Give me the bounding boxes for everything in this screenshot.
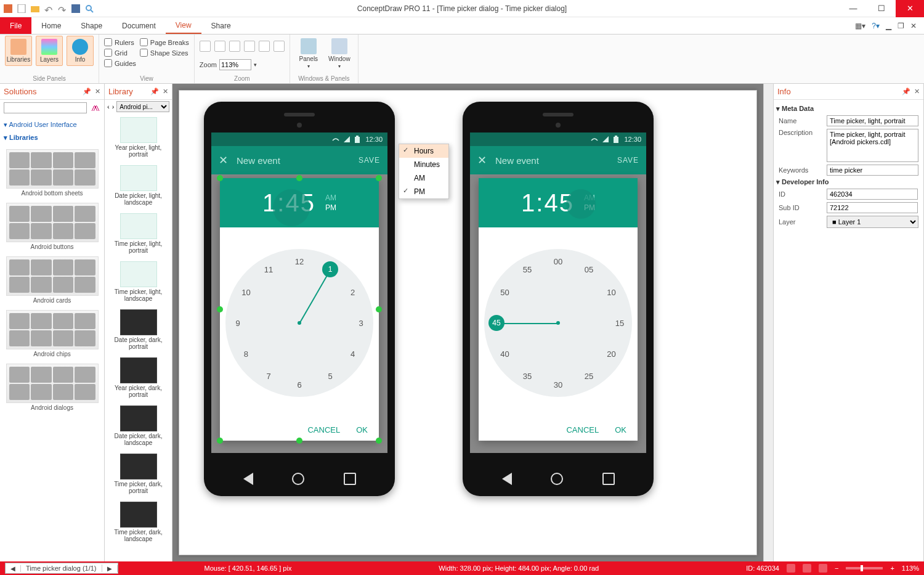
window-restore-icon[interactable]: ❐ <box>898 22 904 30</box>
cancel-button[interactable]: CANCEL <box>307 425 340 434</box>
save-icon[interactable] <box>71 4 80 13</box>
clock-number[interactable]: 20 <box>603 345 620 362</box>
context-menu-item[interactable]: AM <box>399 171 448 185</box>
recents-icon[interactable] <box>602 473 615 485</box>
info-button[interactable]: Info <box>67 36 94 66</box>
cancel-button[interactable]: CANCEL <box>566 425 599 434</box>
clock-number[interactable]: 05 <box>580 261 598 278</box>
search-expand-icon[interactable]: ⩕ <box>91 100 104 116</box>
layers-button[interactable]: Layers <box>36 36 63 66</box>
clock-number[interactable]: 15 <box>611 314 628 332</box>
tab-shape[interactable]: Shape <box>71 17 112 34</box>
page-breaks-checkbox[interactable]: Page Breaks <box>140 38 189 46</box>
library-item[interactable]: Date picker, light, landscape <box>105 161 172 210</box>
clock-number[interactable]: 2 <box>344 283 362 301</box>
page-nav-icon[interactable]: ▦▾ <box>855 22 865 30</box>
tab-view[interactable]: View <box>166 17 201 34</box>
undo-icon[interactable]: ↶ <box>44 4 53 13</box>
tab-document[interactable]: Document <box>112 17 166 34</box>
id-field[interactable] <box>827 189 918 200</box>
clock-number[interactable]: 40 <box>496 345 513 362</box>
layer-select[interactable]: ■ Layer 1 <box>827 216 918 228</box>
page-tab[interactable]: ◀Time picker dialog (1/1)▶ <box>5 563 118 574</box>
selection-handle[interactable] <box>217 306 223 312</box>
solution-item[interactable]: Android dialogs <box>2 361 102 414</box>
context-menu-item[interactable]: Minutes <box>399 158 448 171</box>
description-field[interactable] <box>827 129 918 162</box>
new-icon[interactable] <box>17 4 26 13</box>
library-item[interactable]: Time picker, light, portrait <box>105 210 172 258</box>
pin-icon[interactable]: 📌 <box>902 88 910 96</box>
selection-handle[interactable] <box>376 438 382 444</box>
hand-icon[interactable] <box>787 564 795 573</box>
window-button[interactable]: Window▾ <box>326 36 353 71</box>
solution-item[interactable]: Android buttons <box>2 200 102 253</box>
keywords-field[interactable] <box>827 165 918 176</box>
shape-sizes-checkbox[interactable]: Shape Sizes <box>140 49 189 57</box>
panels-button[interactable]: Panels▾ <box>295 36 322 71</box>
save-button[interactable]: SAVE <box>617 156 639 165</box>
solution-item[interactable]: Android chips <box>2 308 102 360</box>
pm-label[interactable]: PM <box>325 203 336 212</box>
clock-number[interactable]: 30 <box>549 376 567 393</box>
library-item[interactable]: Year picker, light, portrait <box>105 113 172 161</box>
selection-handle[interactable] <box>217 175 223 181</box>
zoom-fit-icon[interactable] <box>229 41 240 52</box>
rulers-checkbox[interactable]: Rulers <box>104 38 136 46</box>
tree-android-ui[interactable]: ▾ Android User Interface <box>4 118 100 131</box>
home-icon[interactable] <box>551 473 563 485</box>
close-icon[interactable]: ✕ <box>477 153 487 167</box>
open-icon[interactable] <box>31 4 39 13</box>
ok-button[interactable]: OK <box>615 425 626 434</box>
close-icon[interactable]: ✕ <box>219 153 228 167</box>
grid-icon[interactable] <box>819 564 827 573</box>
window-close-small-icon[interactable]: ✕ <box>910 22 917 30</box>
name-field[interactable] <box>827 115 918 126</box>
clock-number[interactable]: 25 <box>580 368 598 385</box>
preview-icon[interactable] <box>85 4 94 13</box>
clock-number[interactable]: 10 <box>603 283 620 301</box>
back-icon[interactable] <box>243 473 253 485</box>
library-item[interactable]: Year picker, dark, portrait <box>105 354 172 402</box>
recents-icon[interactable] <box>344 473 356 485</box>
clock-selected[interactable]: 45 <box>488 315 505 331</box>
clock-number[interactable]: 50 <box>496 283 513 301</box>
back-icon[interactable] <box>502 473 512 485</box>
clock-number[interactable]: 3 <box>352 314 370 332</box>
close-button[interactable]: ✕ <box>896 0 924 17</box>
zoom-selection-icon[interactable] <box>244 41 255 52</box>
solutions-search[interactable] <box>4 102 87 113</box>
clock-number[interactable]: 12 <box>291 253 308 270</box>
subid-field[interactable] <box>827 202 918 213</box>
close-icon[interactable]: ✕ <box>163 88 168 96</box>
developer-info-header[interactable]: ▾ Developer Info <box>776 178 918 186</box>
clock-number[interactable]: 8 <box>237 345 254 362</box>
library-item[interactable]: Date picker, dark, landscape <box>105 402 172 450</box>
library-item[interactable]: Time picker, dark, landscape <box>105 498 172 546</box>
tab-home[interactable]: Home <box>31 17 71 34</box>
clock-number[interactable]: 6 <box>291 376 308 393</box>
ok-button[interactable]: OK <box>356 425 368 434</box>
meta-data-header[interactable]: ▾ Meta Data <box>776 105 918 113</box>
libraries-button[interactable]: Libraries <box>5 36 32 66</box>
minimize-button[interactable]: — <box>839 0 867 17</box>
tab-file[interactable]: File <box>0 17 31 34</box>
grid-checkbox[interactable]: Grid <box>104 49 136 57</box>
lib-prev-icon[interactable]: ‹ <box>107 103 110 110</box>
clock-number[interactable]: 55 <box>519 261 536 278</box>
clock-selected[interactable]: 1 <box>322 261 338 277</box>
zoom-slider[interactable] <box>846 567 883 569</box>
window-collapse-icon[interactable]: ▁ <box>886 22 891 30</box>
selection-handle[interactable] <box>376 306 382 312</box>
library-selector[interactable]: Android pi... <box>116 101 169 112</box>
tab-share[interactable]: Share <box>201 17 241 34</box>
clock-number[interactable]: 9 <box>229 314 246 332</box>
close-icon[interactable]: ✕ <box>95 88 100 96</box>
redo-icon[interactable]: ↷ <box>58 4 67 13</box>
library-item[interactable]: Time picker, dark, portrait <box>105 450 172 498</box>
zoom-minus-icon[interactable]: − <box>835 565 838 572</box>
selection-handle[interactable] <box>217 438 223 444</box>
lib-next-icon[interactable]: › <box>112 103 115 110</box>
clock-number[interactable]: 7 <box>260 368 277 385</box>
clock-number[interactable]: 35 <box>519 368 536 385</box>
